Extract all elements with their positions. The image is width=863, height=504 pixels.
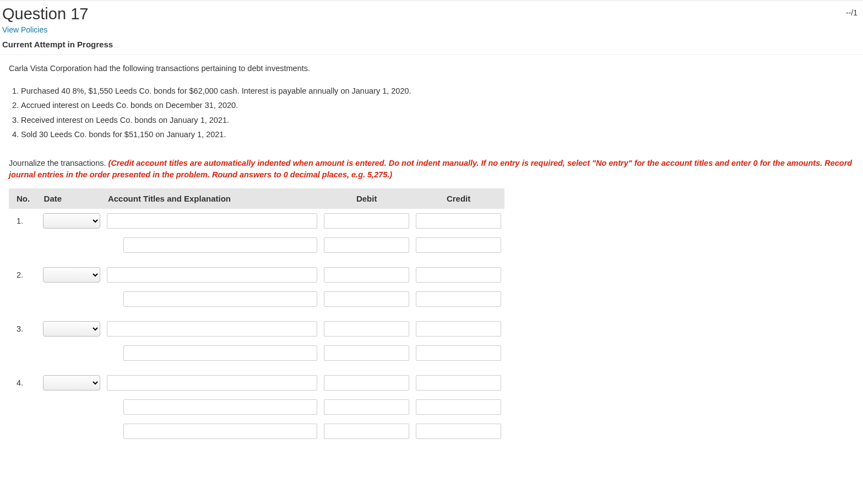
col-header-date: Date [40, 188, 104, 209]
credit-input[interactable] [416, 213, 501, 229]
table-row [9, 419, 504, 443]
credit-input[interactable] [416, 267, 501, 283]
date-select[interactable] [43, 321, 100, 337]
debit-input[interactable] [324, 291, 409, 307]
credit-input[interactable] [416, 321, 501, 337]
account-title-input[interactable] [123, 345, 317, 361]
intro-text: Carla Vista Corporation had the followin… [9, 64, 854, 73]
debit-input[interactable] [324, 213, 409, 229]
journal-entry-table: No. Date Account Titles and Explanation … [9, 188, 504, 443]
list-item: Received interest on Leeds Co. bonds on … [21, 113, 854, 127]
account-title-input[interactable] [107, 321, 317, 337]
instructions-lead: Journalize the transactions. [9, 159, 108, 167]
debit-input[interactable] [324, 345, 409, 361]
table-row [9, 395, 504, 419]
question-score: --/1 [846, 5, 859, 17]
row-number: 1. [9, 209, 40, 233]
credit-input[interactable] [416, 237, 501, 253]
question-title: Question 17 [2, 5, 88, 23]
credit-input[interactable] [416, 375, 501, 391]
credit-input[interactable] [416, 399, 501, 415]
debit-input[interactable] [324, 375, 409, 391]
row-number: 3. [9, 317, 40, 341]
table-row [9, 341, 504, 365]
table-row [9, 233, 504, 257]
table-row [9, 287, 504, 311]
account-title-input[interactable] [123, 424, 317, 439]
account-title-input[interactable] [107, 267, 317, 283]
account-title-input[interactable] [123, 399, 317, 415]
date-select[interactable] [43, 213, 100, 229]
debit-input[interactable] [324, 267, 409, 283]
debit-input[interactable] [324, 237, 409, 253]
instructions-note: (Credit account titles are automatically… [9, 159, 852, 179]
debit-input[interactable] [324, 424, 409, 439]
table-row: 2. [9, 263, 504, 287]
col-header-credit: Credit [412, 188, 504, 209]
credit-input[interactable] [416, 424, 501, 439]
table-row: 3. [9, 317, 504, 341]
account-title-input[interactable] [107, 213, 317, 229]
list-item: Purchased 40 8%, $1,550 Leeds Co. bonds … [21, 84, 854, 98]
view-policies-link[interactable]: View Policies [0, 23, 50, 36]
col-header-debit: Debit [321, 188, 412, 209]
account-title-input[interactable] [123, 237, 317, 253]
instructions: Journalize the transactions. (Credit acc… [9, 158, 854, 181]
date-select[interactable] [43, 375, 100, 391]
table-row: 4. [9, 371, 504, 395]
list-item: Accrued interest on Leeds Co. bonds on D… [21, 98, 854, 112]
credit-input[interactable] [416, 345, 501, 361]
debit-input[interactable] [324, 321, 409, 337]
account-title-input[interactable] [107, 375, 317, 391]
table-row: 1. [9, 209, 504, 233]
attempt-status: Current Attempt in Progress [0, 36, 863, 55]
col-header-no: No. [9, 188, 40, 209]
list-item: Sold 30 Leeds Co. bonds for $51,150 on J… [21, 127, 854, 142]
row-number: 2. [9, 263, 40, 287]
col-header-acct: Account Titles and Explanation [104, 188, 321, 209]
debit-input[interactable] [324, 399, 409, 415]
transaction-list: Purchased 40 8%, $1,550 Leeds Co. bonds … [9, 84, 854, 142]
row-number: 4. [9, 371, 40, 395]
date-select[interactable] [43, 267, 100, 283]
credit-input[interactable] [416, 291, 501, 307]
account-title-input[interactable] [123, 291, 317, 307]
